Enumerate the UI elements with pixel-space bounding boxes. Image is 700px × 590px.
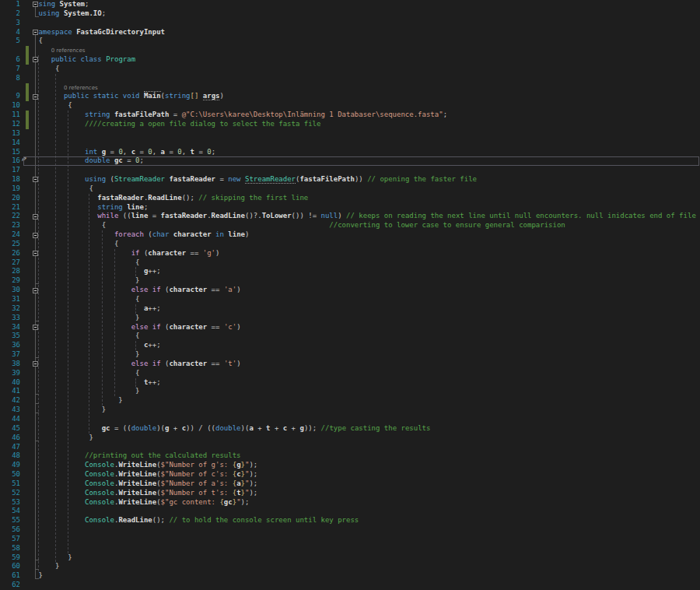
line-number[interactable]: 10 bbox=[0, 101, 20, 109]
line-number[interactable]: 12 bbox=[0, 120, 20, 128]
collapse-region-icon[interactable] bbox=[33, 177, 38, 182]
line-number[interactable]: 36 bbox=[0, 341, 20, 349]
line-number[interactable]: 54 bbox=[0, 507, 20, 514]
line-number[interactable]: 21 bbox=[0, 203, 20, 211]
code-line[interactable]: 34else if (character == 'c') bbox=[0, 323, 700, 332]
collapse-region-icon[interactable] bbox=[33, 94, 38, 100]
code-line[interactable]: 9public static void Main(string[] args) bbox=[0, 92, 700, 101]
code-line[interactable]: 42} bbox=[0, 396, 700, 406]
line-number[interactable]: 28 bbox=[0, 267, 20, 275]
code-line[interactable]: 27{ bbox=[0, 258, 700, 268]
code-line[interactable]: 37} bbox=[0, 350, 700, 360]
code-line[interactable]: 38else if (character == 't') bbox=[0, 360, 700, 369]
code-line[interactable]: 30else if (character == 'a') bbox=[0, 286, 700, 295]
line-number[interactable]: 35 bbox=[0, 332, 20, 339]
codelens-row[interactable]: 0 references bbox=[0, 46, 700, 55]
code-line[interactable]: 7{ bbox=[0, 65, 700, 74]
codelens-references-link[interactable]: 0 references bbox=[34, 83, 98, 91]
collapse-region-icon[interactable] bbox=[33, 214, 38, 219]
code-line[interactable]: 62 bbox=[0, 581, 700, 590]
code-line[interactable]: 57 bbox=[0, 535, 700, 544]
code-line[interactable]: 17 bbox=[0, 166, 700, 175]
collapse-region-icon[interactable] bbox=[33, 57, 38, 62]
collapse-region-icon[interactable] bbox=[33, 361, 38, 367]
line-number[interactable]: 33 bbox=[0, 314, 20, 321]
line-number[interactable]: 59 bbox=[0, 553, 20, 561]
line-number[interactable]: 61 bbox=[0, 571, 20, 579]
line-number[interactable]: 13 bbox=[0, 129, 20, 137]
code-line[interactable]: 44 bbox=[0, 415, 700, 424]
line-number[interactable]: 31 bbox=[0, 295, 20, 303]
code-editor[interactable]: 1using System;2using System.IO;34namespa… bbox=[0, 0, 700, 590]
line-number[interactable]: 20 bbox=[0, 194, 20, 202]
line-number[interactable]: 4 bbox=[0, 28, 20, 36]
line-number[interactable]: 25 bbox=[0, 240, 20, 248]
collapse-region-icon[interactable] bbox=[33, 251, 38, 256]
line-number[interactable]: 2 bbox=[0, 9, 20, 17]
line-number[interactable]: 60 bbox=[0, 562, 20, 570]
code-line[interactable]: 50Console.WriteLine($"Number of c's: {c}… bbox=[0, 470, 700, 479]
code-line[interactable]: 31{ bbox=[0, 295, 700, 304]
code-line[interactable]: 8 bbox=[0, 74, 700, 83]
line-number[interactable]: 5 bbox=[0, 37, 20, 44]
code-line[interactable]: 48//printing out the calculated results bbox=[0, 451, 700, 461]
code-line[interactable]: 39{ bbox=[0, 369, 700, 378]
code-line[interactable]: 43} bbox=[0, 406, 700, 415]
line-number[interactable]: 43 bbox=[0, 406, 20, 413]
line-number[interactable]: 22 bbox=[0, 212, 20, 219]
line-number[interactable]: 3 bbox=[0, 19, 20, 26]
code-line[interactable]: 18using (StreamReader fastaReader = new … bbox=[0, 175, 700, 184]
line-number[interactable]: 14 bbox=[0, 139, 20, 146]
line-number[interactable]: 41 bbox=[0, 387, 20, 395]
code-line[interactable]: 4namespace FastaGcDirectoryInput bbox=[0, 28, 700, 37]
line-number[interactable]: 47 bbox=[0, 443, 20, 451]
collapse-region-icon[interactable] bbox=[33, 288, 38, 293]
line-number[interactable]: 49 bbox=[0, 461, 20, 469]
code-line[interactable]: 15int g = 0, c = 0, a = 0, t = 0; bbox=[0, 148, 700, 157]
codelens-references-link[interactable]: 0 references bbox=[34, 46, 85, 54]
line-number[interactable]: 38 bbox=[0, 360, 20, 367]
code-line[interactable]: 12////creating a open file dialog to sel… bbox=[0, 120, 700, 129]
code-line[interactable]: 33} bbox=[0, 314, 700, 323]
line-number[interactable]: 56 bbox=[0, 525, 20, 533]
code-line[interactable]: 56 bbox=[0, 525, 700, 535]
line-number[interactable]: 30 bbox=[0, 286, 20, 293]
line-number[interactable]: 1 bbox=[0, 0, 20, 8]
line-number[interactable]: 19 bbox=[0, 184, 20, 192]
code-line[interactable]: 19{ bbox=[0, 184, 700, 194]
code-line[interactable]: 11string fastaFilePath = @"C:\Users\kare… bbox=[0, 111, 700, 120]
collapse-region-icon[interactable] bbox=[33, 30, 38, 35]
line-number[interactable]: 53 bbox=[0, 498, 20, 506]
code-line[interactable]: 35{ bbox=[0, 332, 700, 341]
code-line[interactable]: 16✎double gc = 0; bbox=[0, 156, 700, 166]
code-line[interactable]: 52Console.WriteLine($"Number of t's: {t}… bbox=[0, 489, 700, 498]
collapse-region-icon[interactable] bbox=[33, 233, 38, 238]
line-number[interactable]: 23 bbox=[0, 221, 20, 229]
code-line[interactable]: 53Console.WriteLine($"gc content: {gc}")… bbox=[0, 498, 700, 507]
line-number[interactable]: 27 bbox=[0, 258, 20, 266]
code-line[interactable]: 25{ bbox=[0, 240, 700, 249]
code-line[interactable]: 5{ bbox=[0, 37, 700, 46]
line-number[interactable]: 29 bbox=[0, 276, 20, 284]
code-line[interactable]: 21string line; bbox=[0, 203, 700, 212]
line-number[interactable]: 6 bbox=[0, 55, 20, 63]
line-number[interactable]: 15 bbox=[0, 148, 20, 156]
code-line[interactable]: 32a++; bbox=[0, 304, 700, 314]
line-number[interactable]: 44 bbox=[0, 415, 20, 423]
code-line[interactable]: 10{ bbox=[0, 101, 700, 111]
code-line[interactable]: 61} bbox=[0, 571, 700, 581]
line-number[interactable]: 57 bbox=[0, 535, 20, 543]
code-line[interactable]: 23{ //converting to lower case to ensure… bbox=[0, 221, 700, 230]
code-line[interactable]: 29} bbox=[0, 276, 700, 286]
code-line[interactable]: 41} bbox=[0, 387, 700, 396]
code-line[interactable]: 14 bbox=[0, 139, 700, 148]
code-line[interactable]: 45gc = ((double)(g + c)) / ((double)(a +… bbox=[0, 424, 700, 434]
line-number[interactable]: 32 bbox=[0, 304, 20, 312]
line-number[interactable]: 46 bbox=[0, 434, 20, 441]
line-number[interactable]: 52 bbox=[0, 489, 20, 497]
code-line[interactable]: 49Console.WriteLine($"Number of g's: {g}… bbox=[0, 461, 700, 470]
line-number[interactable]: 51 bbox=[0, 479, 20, 487]
line-number[interactable]: 8 bbox=[0, 74, 20, 82]
codelens-row[interactable]: 0 references bbox=[0, 83, 700, 93]
line-number[interactable]: 18 bbox=[0, 175, 20, 183]
